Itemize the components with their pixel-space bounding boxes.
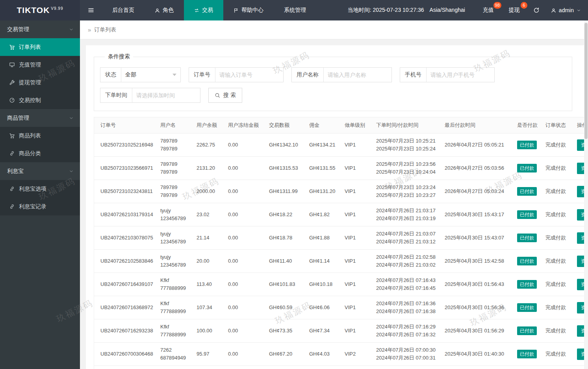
recharge-button[interactable]: 充值 98 <box>475 0 501 20</box>
last-pay-time-cell: 2026年04月27日 05:05:21 <box>441 134 514 157</box>
status-select[interactable]: 全部 <box>121 68 180 82</box>
frozen-cell: 0.00 <box>225 180 266 203</box>
sidebar-item-label: 商品列表 <box>19 132 41 139</box>
sidebar-item-recharge-management[interactable]: 充值管理 <box>0 56 80 74</box>
sidebar-item-order-list[interactable]: 订单列表 <box>0 38 80 56</box>
username-cell: 7262 <box>94 366 157 369</box>
sidebar-item-product-list[interactable]: 商品列表 <box>0 127 80 145</box>
user-id-text: 789789 <box>160 168 190 176</box>
username-cell: 789789 789789 <box>157 180 193 203</box>
phone-input[interactable] <box>427 68 494 82</box>
order-time-cell: 2024年07月26日 07:00:30 2024年07月26日 07:00:3… <box>373 343 441 366</box>
last-pay-time-cell: 2025年04月30日 15:43:17 <box>441 203 514 226</box>
top-nav-trade[interactable]: 交易 <box>184 0 223 20</box>
pay-time-text: 2025年07月23日 10:23:27 <box>376 191 438 199</box>
column-header: 操作 <box>574 117 584 134</box>
amount-cell: GH¢1315.53 <box>266 157 306 180</box>
frozen-cell: 0.00 <box>225 226 266 250</box>
sidebar-item-product-category[interactable]: 商品分类 <box>0 145 80 162</box>
order-no-cell: UB2407262103078075 <box>94 226 157 250</box>
column-header: 订单状态 <box>542 117 574 134</box>
commission-cell: GH¢10.18 <box>306 273 341 296</box>
action-cell: 资金 <box>574 250 584 273</box>
sidebar-group-product-management[interactable]: 商品管理 <box>0 109 80 127</box>
order-time-cell: 2025年07月23日 10:23:24 2025年07月23日 10:23:2… <box>373 180 441 203</box>
column-header: 用户冻结金额 <box>225 117 266 134</box>
order-status-cell: 完成付款 <box>542 226 574 250</box>
order-time-cell: 2024年07月26日 07:16:36 2024年07月26日 07:16:3… <box>373 296 441 319</box>
top-nav-roles[interactable]: 角色 <box>145 0 184 20</box>
funds-button[interactable]: 资金 <box>577 163 584 174</box>
order-time-text: 2025年07月23日 10:23:24 <box>376 184 438 191</box>
level-cell: VIP1 <box>341 250 373 273</box>
funds-button[interactable]: 资金 <box>577 139 584 151</box>
local-time-text: 当地时间: 2025-07-23 10:27:36 <box>348 7 424 14</box>
refresh-button[interactable] <box>527 0 545 20</box>
scrollbar-thumb[interactable] <box>584 23 588 139</box>
frozen-cell: 0.00 <box>225 134 266 157</box>
top-nav-home[interactable]: 后台首页 <box>102 0 145 20</box>
commission-cell: GH¢1.82 <box>306 203 341 226</box>
flag-icon <box>234 8 239 13</box>
recharge-label: 充值 <box>483 7 494 14</box>
search-button[interactable]: 搜 索 <box>208 88 242 103</box>
sidebar-item-withdraw-management[interactable]: 提现管理 <box>0 74 80 91</box>
order-time-cell: 2024年07月26日 21:03:07 2024年07月26日 21:03:1… <box>373 226 441 250</box>
order-time-input[interactable] <box>132 88 200 102</box>
funds-button[interactable]: 资金 <box>577 186 584 197</box>
sidebar-item-trade-control[interactable]: 交易控制 <box>0 91 80 109</box>
order-status-cell: 完成付款 <box>542 296 574 319</box>
commission-cell: GH¢134.21 <box>306 134 341 157</box>
sidebar-item-interest-records[interactable]: 利息宝记录 <box>0 198 80 215</box>
app-logo-text: TIKTOK <box>17 6 50 15</box>
last-pay-time-cell: 2026年04月27日 05:03:24 <box>441 180 514 203</box>
commission-cell: GH¢6.06 <box>306 296 341 319</box>
amount-cell: GH¢1342.10 <box>266 134 306 157</box>
search-filters: 条件搜索 状态 全部 订单号 用户名称 <box>94 53 572 111</box>
paid-status-badge: 已付款 <box>517 326 537 335</box>
username-input[interactable] <box>324 68 391 82</box>
action-cell: 资金 <box>574 343 584 366</box>
sidebar-item-interest-options[interactable]: 利息宝选项 <box>0 180 80 198</box>
refresh-icon <box>533 7 540 13</box>
sidebar-group-interest-treasure[interactable]: 利息宝 <box>0 162 80 180</box>
pay-time-text: 2025年07月23日 10:25:24 <box>376 145 438 153</box>
action-cell <box>225 366 266 369</box>
funds-button[interactable]: 资金 <box>577 325 584 337</box>
funds-button[interactable]: 资金 <box>577 302 584 313</box>
hamburger-icon <box>88 7 94 13</box>
username-cell: 789789 789789 <box>157 134 193 157</box>
order-time-cell: 2024年07月26日 07:16:29 2024年07月26日 07:16:3… <box>373 319 441 343</box>
order-no-cell: UB2507231023566971 <box>94 157 157 180</box>
table-row: UB2407260716368972 Kfkf 777888999 107.34… <box>94 296 584 319</box>
level-cell: VIP1 <box>341 203 373 226</box>
user-id-text: 777888999 <box>160 308 190 315</box>
level-cell: VIP1 <box>341 226 373 250</box>
level-cell: VIP1 <box>341 157 373 180</box>
order-time-cell: 2025年07月23日 10:23:56 2025年07月23日 10:24:0… <box>373 157 441 180</box>
paid-status-badge: 已付款 <box>517 234 537 242</box>
funds-button[interactable]: 资金 <box>577 279 584 290</box>
sidebar-item-label: 商品分类 <box>19 150 41 157</box>
order-table-head-row: 订单号用户名用户余额用户冻结金额交易数额佣金做单级别下单时间/付款时间最后付款时… <box>94 117 584 134</box>
funds-button[interactable]: 资金 <box>577 256 584 267</box>
order-status-cell: 完成付款 <box>542 180 574 203</box>
balance-cell: 100.00 <box>193 319 225 343</box>
order-no-cell: UB2507231023243811 <box>94 180 157 203</box>
funds-button[interactable]: 资金 <box>577 232 584 244</box>
chevron-down-icon <box>69 116 74 121</box>
username-cell: Kfkf 777888999 <box>157 273 193 296</box>
balance-cell: 95.97 <box>193 343 225 366</box>
sidebar-group-trade-management[interactable]: 交易管理 <box>0 20 80 38</box>
top-nav-system-management[interactable]: 系统管理 <box>274 0 316 20</box>
order-no-input[interactable] <box>215 68 283 82</box>
admin-menu[interactable]: admin <box>545 0 588 20</box>
withdraw-button[interactable]: 提现 6 <box>501 0 527 20</box>
top-nav-help-center[interactable]: 帮助中心 <box>223 0 274 20</box>
funds-button[interactable]: 资金 <box>577 349 584 360</box>
sidebar-toggle-button[interactable] <box>80 0 102 20</box>
topbar-right: 当地时间: 2025-07-23 10:27:36 Asia/Shanghai … <box>348 0 588 20</box>
commission-cell: GH¢131.55 <box>306 157 341 180</box>
funds-button[interactable]: 资金 <box>577 209 584 221</box>
order-time-cell: 2024年07月26日 07:16:43 2024年07月26日 07:16:4… <box>373 273 441 296</box>
